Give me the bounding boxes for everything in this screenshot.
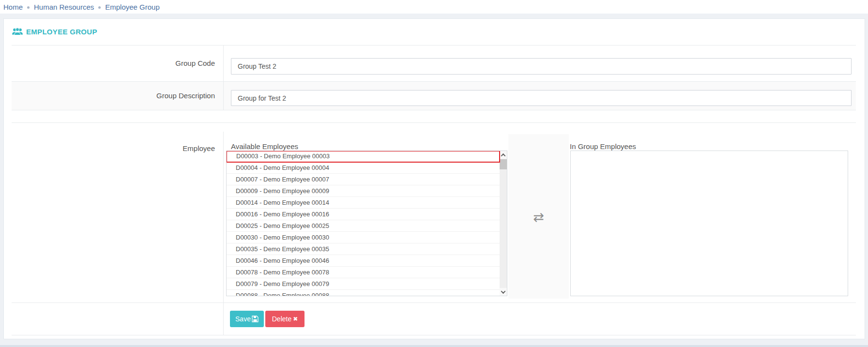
page-title-row: EMPLOYEE GROUP: [12, 27, 97, 36]
breadcrumb: Home Human Resources Employee Group: [0, 0, 868, 14]
x-icon: ✖: [293, 316, 298, 322]
list-item[interactable]: D00009 - Demo Employee 00009: [227, 185, 500, 197]
label-column-divider: [223, 132, 224, 302]
employee-label: Employee: [12, 141, 215, 155]
label-column-divider: [223, 303, 224, 335]
list-item[interactable]: D00046 - Demo Employee 00046: [227, 255, 500, 267]
group-code-input[interactable]: [231, 58, 852, 75]
list-item[interactable]: D00004 - Demo Employee 00004: [227, 162, 500, 174]
breadcrumb-link-human-resources[interactable]: Human Resources: [34, 3, 94, 11]
list-item[interactable]: D00035 - Demo Employee 00035: [227, 243, 500, 255]
breadcrumb-link-employee-group[interactable]: Employee Group: [105, 3, 160, 11]
list-item[interactable]: D00088 - Demo Employee 00088: [227, 290, 500, 296]
page-title: EMPLOYEE GROUP: [26, 28, 97, 36]
in-group-employees-listbox[interactable]: [570, 151, 848, 296]
list-item[interactable]: D00025 - Demo Employee 00025: [227, 220, 500, 232]
available-employees-listbox[interactable]: D00003 - Demo Employee 00003 D00004 - De…: [226, 151, 507, 296]
left-right-transfer-arrows-icon: ⇄: [508, 208, 569, 226]
scroll-up-icon[interactable]: [500, 151, 507, 159]
list-item[interactable]: D00007 - Demo Employee 00007: [227, 174, 500, 185]
list-item[interactable]: D00014 - Demo Employee 00014: [227, 197, 500, 209]
floppy-disk-icon: [251, 316, 259, 322]
page: Home Human Resources Employee Group EMPL…: [0, 0, 868, 347]
window-edge: [0, 345, 868, 347]
list-item[interactable]: D00078 - Demo Employee 00078: [227, 267, 500, 278]
delete-button-label: Delete: [272, 315, 291, 323]
scroll-down-icon[interactable]: [500, 288, 507, 296]
list-items: D00004 - Demo Employee 00004 D00007 - De…: [227, 162, 500, 296]
group-description-input[interactable]: [231, 90, 852, 106]
group-description-label: Group Description: [12, 81, 215, 110]
breadcrumb-link-home[interactable]: Home: [3, 3, 23, 11]
divider: [12, 122, 856, 123]
save-button-label: Save: [235, 315, 251, 323]
group-code-label: Group Code: [12, 45, 215, 81]
scrollbar[interactable]: [500, 151, 507, 296]
divider: [12, 302, 856, 303]
divider: [12, 110, 856, 110]
list-item[interactable]: D00016 - Demo Employee 00016: [227, 209, 500, 220]
label-column-divider: [223, 45, 224, 110]
breadcrumb-separator-icon: [98, 6, 101, 9]
delete-button[interactable]: Delete ✖: [265, 311, 305, 327]
scrollbar-thumb[interactable]: [500, 159, 507, 169]
save-button[interactable]: Save: [230, 311, 264, 327]
users-icon: [12, 28, 23, 35]
available-employees-title: Available Employees: [231, 142, 298, 151]
list-item[interactable]: D00079 - Demo Employee 00079: [227, 278, 500, 290]
in-group-employees-title: In Group Employees: [570, 142, 636, 151]
divider: [12, 335, 856, 335]
breadcrumb-separator-icon: [27, 6, 30, 9]
list-item-selected[interactable]: D00003 - Demo Employee 00003: [226, 151, 500, 163]
list-item[interactable]: D00030 - Demo Employee 00030: [227, 232, 500, 243]
